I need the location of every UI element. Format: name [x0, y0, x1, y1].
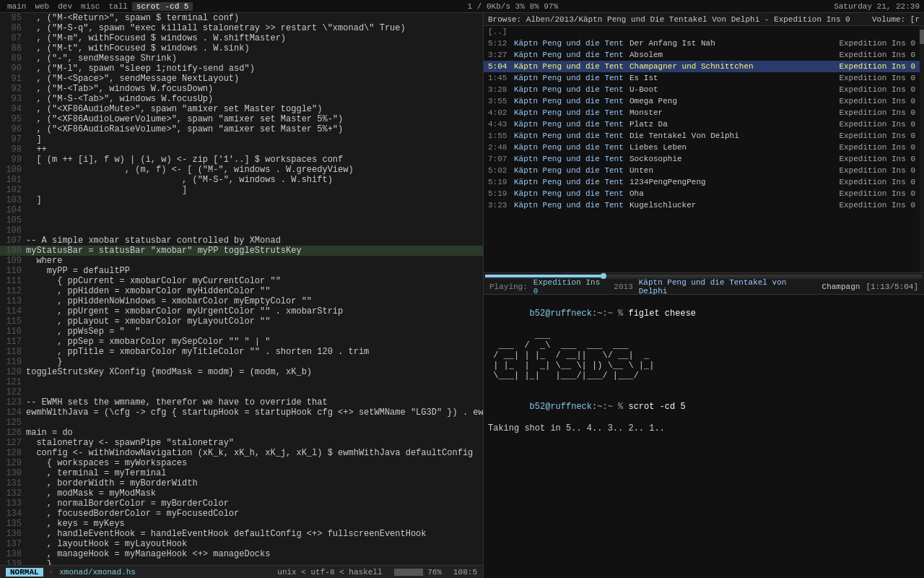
- line-content: , ppTitle = xmobarColor myTitleColor "" …: [26, 347, 483, 357]
- code-line-126: 126main = do: [0, 428, 483, 438]
- browser-scroll-thumb[interactable]: [920, 30, 924, 44]
- line-content: , ("M-S-", windows . W.shift): [26, 175, 483, 185]
- code-line-94: 94 , ("<XF86AudioMute>", spawn "amixer s…: [0, 104, 483, 114]
- track-title: Sockosophie: [629, 155, 821, 163]
- code-line-100: 100 , (m, f) <- [ ("M-", windows . W.gre…: [0, 165, 483, 175]
- track-time: 5:04: [488, 62, 514, 71]
- track-row-7[interactable]: 4:43 Käptn Peng und die Tent Platz Da Ex…: [484, 118, 920, 130]
- code-line-105: 105: [0, 215, 483, 225]
- terminal-pane[interactable]: b52@ruffneck:~:~ % figlet cheese ___ ___…: [484, 295, 924, 578]
- line-number: 90: [0, 64, 26, 74]
- track-artist: Käptn Peng und die Tent: [514, 97, 629, 105]
- track-time: 1:55: [488, 131, 514, 140]
- term-prompt-2: b52@ruffneck:~:~ % scrot -cd 5: [488, 391, 920, 423]
- code-line-138: 138 , manageHook = myManageHook <+> mana…: [0, 549, 483, 559]
- code-line-92: 92 , ("M-<Tab>", windows W.focusDown): [0, 84, 483, 94]
- line-content: , ("<XF86AudioLowerVolume>", spawn "amix…: [26, 114, 483, 124]
- track-row-0[interactable]: 5:12 Käptn Peng und die Tent Der Anfang …: [484, 38, 920, 49]
- code-line-133: 133 , normalBorderColor = myBorderColor: [0, 499, 483, 509]
- browser-parent-dir[interactable]: [..]: [484, 26, 920, 38]
- workspace-dev[interactable]: dev: [53, 2, 77, 11]
- line-number: 130: [0, 468, 26, 478]
- line-content: config <- withWindowNavigation (xK_k, xK…: [26, 448, 483, 458]
- track-time: 5:12: [488, 39, 514, 48]
- line-number: 91: [0, 74, 26, 84]
- code-line-95: 95 , ("<XF86AudioLowerVolume>", spawn "a…: [0, 114, 483, 124]
- code-line-121: 121: [0, 377, 483, 387]
- dot-separator: ·: [49, 568, 54, 577]
- track-artist: Käptn Peng und die Tent: [514, 51, 629, 59]
- track-album: Expedition Ins 0: [821, 155, 915, 163]
- line-number: 129: [0, 458, 26, 468]
- track-row-12[interactable]: 5:19 Käptn Peng und die Tent 1234PengPen…: [484, 176, 920, 188]
- line-content: , ("M-<Space>", sendMessage NextLayout): [26, 74, 483, 84]
- track-artist: Käptn Peng und die Tent: [514, 143, 629, 152]
- line-number: 122: [0, 387, 26, 397]
- browser-list[interactable]: [..] 5:12 Käptn Peng und die Tent Der An…: [484, 26, 920, 272]
- code-line-139: 139 }: [0, 559, 483, 565]
- track-time: 1:45: [488, 74, 514, 82]
- line-number: 134: [0, 509, 26, 519]
- track-artist: Käptn Peng und die Tent: [514, 166, 629, 175]
- code-line-130: 130 , terminal = myTerminal: [0, 468, 483, 478]
- track-album: Expedition Ins 0: [821, 201, 915, 210]
- line-number: 93: [0, 94, 26, 104]
- track-time: 7:07: [488, 155, 514, 163]
- track-artist: Käptn Peng und die Tent: [514, 85, 629, 94]
- line-content: , ("M-<Return>", spawn $ terminal conf): [26, 13, 483, 23]
- line-content: }: [26, 357, 483, 367]
- line-content: , ppUrgent = xmobarColor myUrgentColor "…: [26, 306, 483, 316]
- track-time: 3:55: [488, 97, 514, 105]
- line-content: , ("M-t", withFocused $ windows . W.sink…: [26, 43, 483, 53]
- workspace-main[interactable]: main: [3, 2, 30, 11]
- progress-fill: [485, 275, 603, 277]
- track-row-6[interactable]: 4:02 Käptn Peng und die Tent Monster Exp…: [484, 107, 920, 118]
- track-row-2[interactable]: 5:04 Käptn Peng und die Tent Champagner …: [484, 61, 920, 72]
- line-content: ++: [26, 144, 483, 155]
- line-number: 98: [0, 144, 26, 155]
- workspace-misc[interactable]: misc: [77, 2, 104, 11]
- progress-track[interactable]: [485, 275, 923, 277]
- track-row-9[interactable]: 2:48 Käptn Peng und die Tent Liebes Lebe…: [484, 142, 920, 153]
- track-row-11[interactable]: 5:02 Käptn Peng und die Tent Unten Exped…: [484, 165, 920, 176]
- code-line-91: 91 , ("M-<Space>", sendMessage NextLayou…: [0, 74, 483, 84]
- line-content: [ (m ++ [i], f w) | (i, w) <- zip ['1'..…: [26, 155, 483, 165]
- track-row-5[interactable]: 3:55 Käptn Peng und die Tent Omega Peng …: [484, 95, 920, 107]
- track-row-10[interactable]: 7:07 Käptn Peng und die Tent Sockosophie…: [484, 153, 920, 165]
- line-number: 123: [0, 397, 26, 407]
- track-artist: Käptn Peng und die Tent: [514, 155, 629, 163]
- line-number: 89: [0, 53, 26, 64]
- track-time: 3:28: [488, 85, 514, 94]
- track-title: 1234PengPengPeng: [629, 178, 821, 186]
- track-title: Champagner und Schnittchen: [629, 62, 821, 71]
- code-line-109: 109 where: [0, 256, 483, 266]
- workspace-tall[interactable]: tall: [104, 2, 131, 11]
- line-content: , ppWsSep = " ": [26, 327, 483, 337]
- line-content: ]: [26, 185, 483, 195]
- code-area[interactable]: 85 , ("M-<Return>", spawn $ terminal con…: [0, 13, 483, 565]
- line-number: 87: [0, 33, 26, 43]
- line-content: , manageHook = myManageHook <+> manageDo…: [26, 549, 483, 559]
- workspace-scrot[interactable]: scrot -cd 5: [132, 2, 193, 11]
- track-row-1[interactable]: 3:27 Käptn Peng und die Tent Absolem Exp…: [484, 49, 920, 61]
- line-number: 107: [0, 236, 26, 246]
- track-artist: Käptn Peng und die Tent: [514, 120, 629, 129]
- line-number: 125: [0, 418, 26, 428]
- line-content: , layoutHook = myLayoutHook: [26, 539, 483, 549]
- workspace-web[interactable]: web: [30, 2, 53, 11]
- progress-handle[interactable]: [601, 273, 606, 279]
- line-number: 99: [0, 155, 26, 165]
- track-row-14[interactable]: 3:23 Käptn Peng und die Tent Kugelschluc…: [484, 199, 920, 211]
- track-row-8[interactable]: 1:55 Käptn Peng und die Tent Die Tentake…: [484, 130, 920, 142]
- track-row-4[interactable]: 3:28 Käptn Peng und die Tent U-Boot Expe…: [484, 84, 920, 95]
- track-row-13[interactable]: 5:19 Käptn Peng und die Tent Oha Expedit…: [484, 188, 920, 199]
- code-line-125: 125: [0, 418, 483, 428]
- topbar-datetime: Saturday 21, 22:39: [832, 2, 921, 11]
- track-artist: Käptn Peng und die Tent: [514, 178, 629, 186]
- line-number: 100: [0, 165, 26, 175]
- figlet-line: / __| | |_ / __|| \/ __| _: [488, 350, 920, 361]
- track-row-3[interactable]: 1:45 Käptn Peng und die Tent Es Ist Expe…: [484, 72, 920, 84]
- code-line-93: 93 , ("M-S-<Tab>", windows W.focusUp): [0, 94, 483, 104]
- browser-scrollbar[interactable]: [920, 26, 924, 272]
- line-content: [26, 205, 483, 215]
